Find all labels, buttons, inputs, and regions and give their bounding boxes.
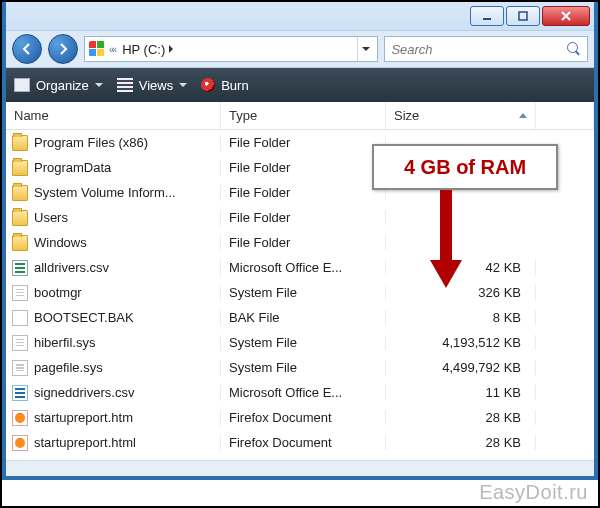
table-row[interactable]: WindowsFile Folder bbox=[6, 230, 594, 255]
forward-button[interactable] bbox=[48, 34, 78, 64]
breadcrumb-overflow-icon: «« bbox=[109, 44, 114, 55]
table-row[interactable]: hiberfil.sysSystem File4,193,512 KB bbox=[6, 330, 594, 355]
caret-down-icon bbox=[95, 83, 103, 87]
back-button[interactable] bbox=[12, 34, 42, 64]
file-type: File Folder bbox=[229, 185, 290, 200]
xml-icon bbox=[12, 385, 28, 401]
file-size: 326 KB bbox=[478, 285, 521, 300]
file-type: System File bbox=[229, 335, 297, 350]
table-row[interactable]: startupreport.htmFirefox Document28 KB bbox=[6, 405, 594, 430]
file-type: File Folder bbox=[229, 210, 290, 225]
table-row[interactable]: bootmgrSystem File326 KB bbox=[6, 280, 594, 305]
file-name: startupreport.htm bbox=[34, 410, 133, 425]
file-type: File Folder bbox=[229, 160, 290, 175]
folder-icon bbox=[12, 135, 28, 151]
breadcrumb-drive[interactable]: HP (C:) bbox=[122, 42, 165, 57]
column-size[interactable]: Size bbox=[386, 102, 536, 129]
minimize-button[interactable] bbox=[470, 6, 504, 26]
command-toolbar: Organize Views Burn bbox=[6, 68, 594, 102]
file-type: File Folder bbox=[229, 135, 290, 150]
table-row[interactable]: signeddrivers.csvMicrosoft Office E...11… bbox=[6, 380, 594, 405]
organize-icon bbox=[14, 78, 30, 92]
file-size: 4,499,792 KB bbox=[442, 360, 521, 375]
file-type: Microsoft Office E... bbox=[229, 385, 342, 400]
csv-icon bbox=[12, 260, 28, 276]
search-icon bbox=[567, 42, 581, 56]
folder-icon bbox=[12, 160, 28, 176]
explorer-window: «« HP (C:) Organize Views bbox=[2, 2, 598, 480]
search-box[interactable] bbox=[384, 36, 588, 62]
folder-icon bbox=[12, 185, 28, 201]
svg-rect-0 bbox=[483, 18, 491, 20]
ff-icon bbox=[12, 410, 28, 426]
file-name: Windows bbox=[34, 235, 87, 250]
address-dropdown[interactable] bbox=[357, 37, 373, 61]
sys-icon bbox=[12, 360, 28, 376]
caret-down-icon bbox=[179, 83, 187, 87]
views-icon bbox=[117, 78, 133, 92]
column-spacer bbox=[536, 102, 594, 129]
search-input[interactable] bbox=[391, 42, 561, 57]
table-row[interactable]: startupreport.htmlFirefox Document28 KB bbox=[6, 430, 594, 455]
folder-icon bbox=[12, 210, 28, 226]
file-size: 42 KB bbox=[486, 260, 521, 275]
burn-button[interactable]: Burn bbox=[201, 78, 248, 93]
column-type[interactable]: Type bbox=[221, 102, 386, 129]
caret-down-icon bbox=[362, 47, 370, 51]
maximize-button[interactable] bbox=[506, 6, 540, 26]
file-size: 28 KB bbox=[486, 410, 521, 425]
file-type: System File bbox=[229, 285, 297, 300]
file-name: hiberfil.sys bbox=[34, 335, 95, 350]
chevron-right-icon bbox=[169, 45, 173, 53]
table-row[interactable]: UsersFile Folder bbox=[6, 205, 594, 230]
sort-ascending-icon bbox=[519, 113, 527, 118]
file-size: 28 KB bbox=[486, 435, 521, 450]
views-button[interactable]: Views bbox=[117, 78, 187, 93]
file-type: Firefox Document bbox=[229, 435, 332, 450]
file-type: System File bbox=[229, 360, 297, 375]
file-name: Program Files (x86) bbox=[34, 135, 148, 150]
bak-icon bbox=[12, 310, 28, 326]
annotation-callout: 4 GB of RAM bbox=[372, 144, 558, 190]
file-name: System Volume Inform... bbox=[34, 185, 176, 200]
file-name: alldrivers.csv bbox=[34, 260, 109, 275]
file-type: File Folder bbox=[229, 235, 290, 250]
file-name: Users bbox=[34, 210, 68, 225]
address-bar[interactable]: «« HP (C:) bbox=[84, 36, 378, 62]
organize-label: Organize bbox=[36, 78, 89, 93]
views-label: Views bbox=[139, 78, 173, 93]
burn-label: Burn bbox=[221, 78, 248, 93]
folder-icon bbox=[12, 235, 28, 251]
file-name: bootmgr bbox=[34, 285, 82, 300]
file-type: Firefox Document bbox=[229, 410, 332, 425]
annotation-text: 4 GB of RAM bbox=[404, 156, 526, 179]
file-type: BAK File bbox=[229, 310, 280, 325]
watermark: EasyDoit.ru bbox=[479, 481, 588, 504]
close-button[interactable] bbox=[542, 6, 590, 26]
burn-icon bbox=[201, 78, 215, 92]
table-row[interactable]: pagefile.sysSystem File4,499,792 KB bbox=[6, 355, 594, 380]
organize-button[interactable]: Organize bbox=[14, 78, 103, 93]
file-type: Microsoft Office E... bbox=[229, 260, 342, 275]
file-name: signeddrivers.csv bbox=[34, 385, 134, 400]
column-headers: Name Type Size bbox=[6, 102, 594, 130]
status-bar bbox=[6, 460, 594, 476]
table-row[interactable]: BOOTSECT.BAKBAK File8 KB bbox=[6, 305, 594, 330]
file-name: startupreport.html bbox=[34, 435, 136, 450]
file-size: 11 KB bbox=[486, 385, 521, 400]
svg-rect-1 bbox=[519, 12, 527, 20]
sys-icon bbox=[12, 285, 28, 301]
file-size: 8 KB bbox=[493, 310, 521, 325]
file-size: 4,193,512 KB bbox=[442, 335, 521, 350]
file-name: pagefile.sys bbox=[34, 360, 103, 375]
window-titlebar bbox=[6, 2, 594, 30]
windows-flag-icon bbox=[89, 41, 105, 57]
table-row[interactable]: alldrivers.csvMicrosoft Office E...42 KB bbox=[6, 255, 594, 280]
navigation-bar: «« HP (C:) bbox=[6, 30, 594, 68]
sys-icon bbox=[12, 335, 28, 351]
ff-icon bbox=[12, 435, 28, 451]
file-name: BOOTSECT.BAK bbox=[34, 310, 134, 325]
column-name[interactable]: Name bbox=[6, 102, 221, 129]
file-name: ProgramData bbox=[34, 160, 111, 175]
